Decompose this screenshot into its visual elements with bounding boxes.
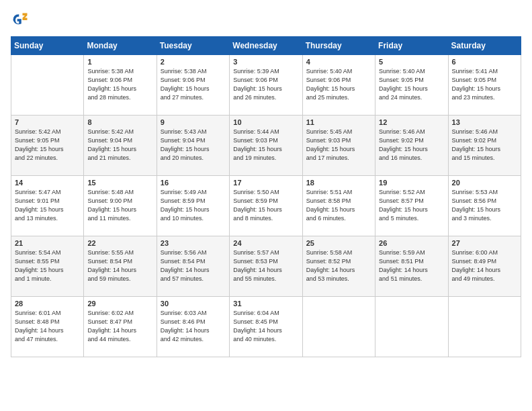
calendar-cell: 18Sunrise: 5:51 AM Sunset: 8:58 PM Dayli… (302, 176, 375, 236)
day-number: 22 (87, 239, 152, 247)
day-info: Sunrise: 6:02 AM Sunset: 8:47 PM Dayligh… (87, 309, 152, 344)
day-info: Sunrise: 6:04 AM Sunset: 8:45 PM Dayligh… (233, 309, 298, 344)
calendar-week-row: 14Sunrise: 5:47 AM Sunset: 9:01 PM Dayli… (11, 176, 521, 236)
day-info: Sunrise: 5:46 AM Sunset: 9:02 PM Dayligh… (452, 128, 517, 163)
day-number: 13 (452, 118, 517, 126)
day-info: Sunrise: 6:03 AM Sunset: 8:46 PM Dayligh… (161, 309, 226, 344)
day-number: 11 (306, 118, 371, 126)
day-info: Sunrise: 5:41 AM Sunset: 9:05 PM Dayligh… (452, 67, 517, 102)
calendar-cell: 15Sunrise: 5:48 AM Sunset: 9:00 PM Dayli… (84, 176, 157, 236)
day-info: Sunrise: 5:59 AM Sunset: 8:51 PM Dayligh… (379, 248, 444, 283)
day-info: Sunrise: 5:57 AM Sunset: 8:53 PM Dayligh… (233, 248, 298, 283)
day-header-tuesday: Tuesday (157, 37, 229, 55)
day-info: Sunrise: 5:50 AM Sunset: 8:59 PM Dayligh… (233, 188, 298, 223)
day-header-wednesday: Wednesday (230, 37, 302, 55)
day-info: Sunrise: 5:48 AM Sunset: 9:00 PM Dayligh… (87, 188, 152, 223)
calendar-cell: 2Sunrise: 5:38 AM Sunset: 9:06 PM Daylig… (157, 55, 229, 116)
day-number: 16 (161, 179, 226, 187)
day-info: Sunrise: 5:45 AM Sunset: 9:03 PM Dayligh… (306, 128, 371, 163)
day-number: 5 (379, 58, 444, 66)
day-number: 15 (87, 179, 152, 187)
calendar-cell: 17Sunrise: 5:50 AM Sunset: 8:59 PM Dayli… (230, 176, 302, 236)
day-info: Sunrise: 6:01 AM Sunset: 8:48 PM Dayligh… (15, 309, 80, 344)
day-info: Sunrise: 5:42 AM Sunset: 9:05 PM Dayligh… (15, 128, 80, 163)
day-number: 8 (87, 118, 152, 126)
day-info: Sunrise: 5:43 AM Sunset: 9:04 PM Dayligh… (161, 128, 226, 163)
calendar-cell: 20Sunrise: 5:53 AM Sunset: 8:56 PM Dayli… (448, 176, 521, 236)
day-info: Sunrise: 6:00 AM Sunset: 8:49 PM Dayligh… (452, 248, 517, 283)
calendar-cell: 22Sunrise: 5:55 AM Sunset: 8:54 PM Dayli… (84, 236, 157, 297)
day-info: Sunrise: 5:56 AM Sunset: 8:54 PM Dayligh… (161, 248, 226, 283)
day-info: Sunrise: 5:42 AM Sunset: 9:04 PM Dayligh… (87, 128, 152, 163)
day-number: 26 (379, 239, 444, 247)
day-header-saturday: Saturday (448, 37, 521, 55)
day-number: 31 (233, 300, 298, 308)
day-number: 3 (233, 58, 298, 66)
day-number: 20 (452, 179, 517, 187)
calendar-cell: 25Sunrise: 5:58 AM Sunset: 8:52 PM Dayli… (302, 236, 375, 297)
calendar-cell: 27Sunrise: 6:00 AM Sunset: 8:49 PM Dayli… (448, 236, 521, 297)
calendar-week-row: 28Sunrise: 6:01 AM Sunset: 8:48 PM Dayli… (11, 297, 521, 357)
day-header-monday: Monday (84, 37, 157, 55)
calendar-cell: 9Sunrise: 5:43 AM Sunset: 9:04 PM Daylig… (157, 116, 229, 176)
day-number: 24 (233, 239, 298, 247)
day-number: 28 (15, 300, 80, 308)
day-info: Sunrise: 5:46 AM Sunset: 9:02 PM Dayligh… (379, 128, 444, 163)
calendar-cell: 21Sunrise: 5:54 AM Sunset: 8:55 PM Dayli… (11, 236, 84, 297)
calendar-cell: 24Sunrise: 5:57 AM Sunset: 8:53 PM Dayli… (230, 236, 302, 297)
calendar-cell (302, 297, 375, 357)
calendar-cell: 28Sunrise: 6:01 AM Sunset: 8:48 PM Dayli… (11, 297, 84, 357)
day-number: 19 (379, 179, 444, 187)
calendar-cell: 1Sunrise: 5:38 AM Sunset: 9:06 PM Daylig… (84, 55, 157, 116)
calendar-cell: 10Sunrise: 5:44 AM Sunset: 9:03 PM Dayli… (230, 116, 302, 176)
calendar-cell: 7Sunrise: 5:42 AM Sunset: 9:05 PM Daylig… (11, 116, 84, 176)
day-info: Sunrise: 5:40 AM Sunset: 9:06 PM Dayligh… (306, 67, 371, 102)
logo-icon (11, 11, 30, 30)
day-number: 27 (452, 239, 517, 247)
day-number: 29 (87, 300, 152, 308)
calendar-cell (11, 55, 84, 116)
day-number: 4 (306, 58, 371, 66)
calendar-table: SundayMondayTuesdayWednesdayThursdayFrid… (11, 36, 521, 357)
day-header-friday: Friday (375, 37, 448, 55)
calendar-cell: 26Sunrise: 5:59 AM Sunset: 8:51 PM Dayli… (375, 236, 448, 297)
calendar-cell (375, 297, 448, 357)
calendar-cell: 31Sunrise: 6:04 AM Sunset: 8:45 PM Dayli… (230, 297, 302, 357)
calendar-cell: 12Sunrise: 5:46 AM Sunset: 9:02 PM Dayli… (375, 116, 448, 176)
day-info: Sunrise: 5:40 AM Sunset: 9:05 PM Dayligh… (379, 67, 444, 102)
calendar-cell: 14Sunrise: 5:47 AM Sunset: 9:01 PM Dayli… (11, 176, 84, 236)
day-number: 23 (161, 239, 226, 247)
day-number: 17 (233, 179, 298, 187)
calendar-week-row: 1Sunrise: 5:38 AM Sunset: 9:06 PM Daylig… (11, 55, 521, 116)
day-info: Sunrise: 5:38 AM Sunset: 9:06 PM Dayligh… (161, 67, 226, 102)
day-number: 6 (452, 58, 517, 66)
calendar-cell: 23Sunrise: 5:56 AM Sunset: 8:54 PM Dayli… (157, 236, 229, 297)
day-number: 30 (161, 300, 226, 308)
day-number: 10 (233, 118, 298, 126)
day-header-sunday: Sunday (11, 37, 84, 55)
day-info: Sunrise: 5:52 AM Sunset: 8:57 PM Dayligh… (379, 188, 444, 223)
day-info: Sunrise: 5:58 AM Sunset: 8:52 PM Dayligh… (306, 248, 371, 283)
calendar-cell: 5Sunrise: 5:40 AM Sunset: 9:05 PM Daylig… (375, 55, 448, 116)
calendar-cell: 19Sunrise: 5:52 AM Sunset: 8:57 PM Dayli… (375, 176, 448, 236)
calendar-cell: 4Sunrise: 5:40 AM Sunset: 9:06 PM Daylig… (302, 55, 375, 116)
day-number: 2 (161, 58, 226, 66)
day-info: Sunrise: 5:38 AM Sunset: 9:06 PM Dayligh… (87, 67, 152, 102)
calendar-cell: 3Sunrise: 5:39 AM Sunset: 9:06 PM Daylig… (230, 55, 302, 116)
day-info: Sunrise: 5:54 AM Sunset: 8:55 PM Dayligh… (15, 248, 80, 283)
day-number: 7 (15, 118, 80, 126)
calendar-cell: 13Sunrise: 5:46 AM Sunset: 9:02 PM Dayli… (448, 116, 521, 176)
calendar-header-row: SundayMondayTuesdayWednesdayThursdayFrid… (11, 37, 521, 55)
day-header-thursday: Thursday (302, 37, 375, 55)
day-number: 12 (379, 118, 444, 126)
calendar-cell (448, 297, 521, 357)
logo (11, 11, 31, 30)
calendar-cell: 8Sunrise: 5:42 AM Sunset: 9:04 PM Daylig… (84, 116, 157, 176)
calendar-cell: 29Sunrise: 6:02 AM Sunset: 8:47 PM Dayli… (84, 297, 157, 357)
page-header (11, 11, 521, 30)
day-number: 25 (306, 239, 371, 247)
day-number: 9 (161, 118, 226, 126)
day-info: Sunrise: 5:47 AM Sunset: 9:01 PM Dayligh… (15, 188, 80, 223)
day-info: Sunrise: 5:53 AM Sunset: 8:56 PM Dayligh… (452, 188, 517, 223)
calendar-cell: 6Sunrise: 5:41 AM Sunset: 9:05 PM Daylig… (448, 55, 521, 116)
